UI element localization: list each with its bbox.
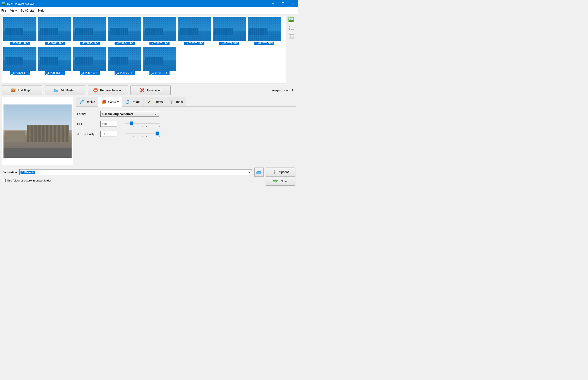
chevron-down-icon: [248, 171, 251, 174]
thumbnail-item[interactable]: _4022880.JPG: [38, 47, 71, 75]
svg-point-7: [290, 19, 291, 20]
add-folder-label: Add Folder...: [60, 89, 76, 92]
folder-structure-checkbox[interactable]: [3, 179, 6, 182]
thumbnail-item[interactable]: _4022882.JPG: [108, 47, 141, 75]
tab-convert-body: Format Use the original format DPI JPEG …: [76, 107, 296, 146]
minimize-button[interactable]: [268, 0, 278, 7]
format-select[interactable]: Use the original format: [100, 111, 159, 117]
thumbnail-label: _4022871.JPG: [10, 42, 30, 45]
gear-icon: [169, 99, 174, 104]
dpi-row: DPI: [77, 121, 295, 127]
view-list-button[interactable]: [287, 25, 295, 31]
thumbnail-label: _4022874.JPG: [114, 42, 135, 45]
delete-icon: [140, 88, 145, 93]
tab-convert[interactable]: Convert: [98, 97, 122, 107]
thumbnail-image: [143, 17, 176, 41]
view-thumbnails-button[interactable]: [287, 17, 295, 23]
resize-icon: [79, 99, 84, 104]
svg-rect-31: [170, 100, 171, 101]
destination-value: D:\Results: [20, 171, 35, 174]
tab-effects[interactable]: Effects: [144, 97, 166, 106]
svg-rect-39: [272, 172, 273, 172]
svg-rect-3: [272, 3, 274, 4]
thumbnail-image: [108, 47, 141, 71]
tabs-area: Resize Convert Rotate Effects Tools Form…: [76, 97, 296, 165]
svg-rect-32: [172, 102, 173, 103]
thumbnail-grid: _4022871.JPG_4022872.JPG_4022873.JPG_402…: [3, 17, 285, 75]
thumbnail-item[interactable]: _4022883.JPG: [143, 47, 176, 75]
svg-point-10: [289, 28, 290, 29]
svg-rect-25: [103, 100, 106, 103]
close-button[interactable]: [288, 0, 298, 7]
folder-structure-label: Use folder structure in output folder: [7, 179, 51, 182]
dpi-slider[interactable]: [125, 121, 160, 127]
tab-rotate[interactable]: Rotate: [122, 97, 144, 106]
svg-rect-33: [172, 100, 173, 101]
thumbnail-image: [38, 17, 71, 41]
svg-point-12: [289, 29, 290, 30]
thumbnail-item[interactable]: _4022879.JPG: [3, 47, 37, 75]
options-button[interactable]: Options: [266, 168, 295, 177]
thumbnail-image: [178, 17, 211, 41]
thumbnail-label: _4022881.JPG: [80, 71, 100, 75]
thumbnail-item[interactable]: _4022875.JPG: [143, 17, 176, 45]
thumbnail-label: _4022875.JPG: [150, 42, 170, 45]
dpi-input[interactable]: [100, 121, 117, 127]
svg-rect-9: [291, 27, 294, 27]
svg-point-8: [289, 26, 290, 27]
svg-rect-27: [171, 99, 172, 100]
thumbnail-panel: _4022871.JPG_4022872.JPG_4022873.JPG_402…: [2, 16, 286, 84]
tab-tools[interactable]: Tools: [166, 97, 186, 106]
jpeg-quality-label: JPEG Quality: [77, 133, 100, 136]
remove-selected-button[interactable]: Remove Selected: [88, 86, 128, 95]
app-icon: [2, 2, 5, 5]
effects-icon: [147, 99, 152, 104]
thumbnail-label: _4022873.JPG: [80, 42, 100, 45]
footer: Destination D:\Results Options Use folde…: [0, 165, 298, 186]
thumbnail-item[interactable]: _4022878.JPG: [248, 17, 281, 45]
add-files-button[interactable]: Add File(s)...: [2, 86, 42, 95]
dpi-label: DPI: [77, 122, 100, 126]
view-details-button[interactable]: [287, 33, 295, 40]
maximize-button[interactable]: [278, 0, 288, 7]
thumbnail-item[interactable]: _4022877.JPG: [213, 17, 246, 45]
action-toolbar: Add File(s)... Add Folder... Remove Sele…: [0, 84, 298, 97]
svg-point-41: [274, 171, 275, 172]
thumbnail-image: [73, 17, 106, 41]
start-label: Start: [281, 179, 289, 183]
tab-convert-label: Convert: [108, 100, 119, 104]
jpeg-quality-slider[interactable]: [125, 131, 160, 137]
thumbnail-image: [3, 17, 37, 41]
start-button[interactable]: Start: [266, 176, 295, 186]
add-files-label: Add File(s)...: [18, 89, 34, 92]
thumbnail-item[interactable]: _4022876.JPG: [178, 17, 211, 45]
mid-section: Resize Convert Rotate Effects Tools Form…: [0, 97, 298, 165]
thumbnail-image: [38, 47, 71, 71]
menu-help[interactable]: Help: [38, 9, 44, 12]
thumbnail-image: [248, 17, 281, 41]
thumbnail-item[interactable]: _4022873.JPG: [73, 17, 106, 45]
thumbnail-item[interactable]: _4022872.JPG: [38, 17, 71, 45]
thumbnail-item[interactable]: _4022874.JPG: [108, 17, 141, 45]
add-folder-button[interactable]: Add Folder...: [45, 86, 85, 95]
view-mode-toolbar: [287, 16, 296, 84]
thumbnail-item[interactable]: _4022881.JPG: [73, 47, 106, 75]
browse-button[interactable]: [254, 168, 264, 177]
menu-view[interactable]: View: [10, 9, 17, 12]
thumbnail-image: [213, 17, 246, 41]
thumbnail-item[interactable]: _4022871.JPG: [3, 17, 37, 45]
tab-strip: Resize Convert Rotate Effects Tools: [76, 97, 296, 107]
remove-all-button[interactable]: Remove All: [131, 86, 171, 95]
remove-all-label: Remove All: [147, 89, 161, 92]
menu-softorbits[interactable]: SoftOrbits: [21, 9, 34, 12]
destination-input[interactable]: D:\Results: [19, 169, 252, 175]
svg-rect-37: [274, 170, 275, 170]
thumbnail-image: [3, 47, 37, 71]
tab-resize[interactable]: Resize: [76, 97, 98, 106]
folder-icon: [54, 88, 58, 93]
convert-icon: [101, 100, 106, 104]
destination-row: Destination D:\Results Options: [3, 168, 295, 177]
window-controls: [268, 0, 298, 7]
menu-file[interactable]: File: [1, 9, 6, 12]
jpeg-quality-input[interactable]: [100, 131, 117, 137]
